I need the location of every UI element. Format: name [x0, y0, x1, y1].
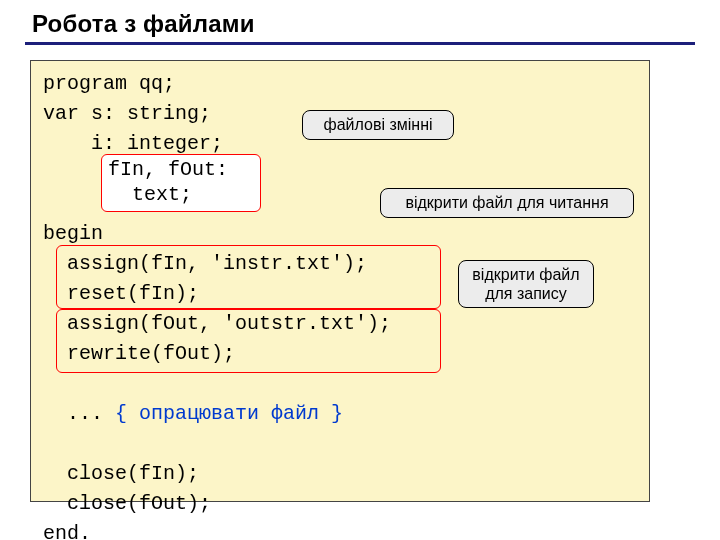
code-comment: { опрацювати файл }: [115, 402, 343, 425]
page-title: Робота з файлами: [32, 10, 255, 38]
code-line: i: integer;: [43, 132, 223, 155]
highlight-open-read: [56, 245, 441, 309]
title-underline: [25, 42, 695, 45]
callout-text: відкрити файл: [472, 265, 579, 284]
code-line: program qq;: [43, 72, 175, 95]
code-line: var s: string;: [43, 102, 211, 125]
code-line: close(fIn);: [43, 462, 199, 485]
code-line: end.: [43, 522, 91, 540]
callout-open-read: відкрити файл для читання: [380, 188, 634, 218]
highlight-file-vars: fIn, fOut: text;: [101, 154, 261, 212]
callout-open-write: відкрити файл для запису: [458, 260, 594, 308]
code-line: close(fOut);: [43, 492, 211, 515]
code-line: ...: [43, 402, 115, 425]
callout-text: відкрити файл для читання: [405, 194, 608, 212]
callout-text: файлові змінні: [323, 116, 432, 134]
code-line: begin: [43, 222, 103, 245]
callout-text: для запису: [485, 284, 567, 303]
decl-line: text;: [108, 182, 260, 207]
highlight-open-write: [56, 309, 441, 373]
decl-line: fIn, fOut:: [108, 157, 260, 182]
callout-file-vars: файлові змінні: [302, 110, 454, 140]
